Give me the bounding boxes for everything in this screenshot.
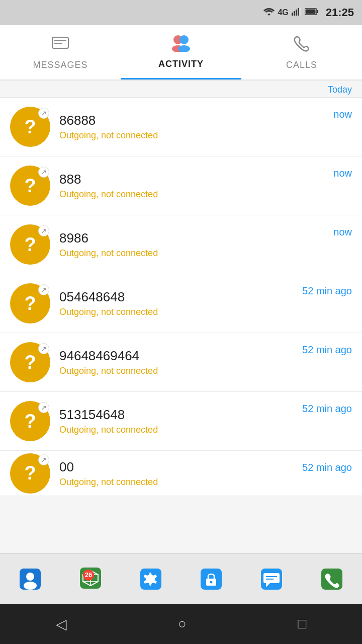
tab-bar: MESSAGES ACTIVITY CALLS	[0, 25, 362, 80]
call-time: 52 min ago	[302, 342, 352, 356]
call-time: now	[333, 224, 352, 238]
avatar: ? ↗	[10, 224, 50, 265]
svg-point-17	[24, 582, 37, 590]
call-number: 00	[59, 459, 302, 475]
lte-label: 4G	[278, 8, 288, 17]
svg-point-27	[210, 581, 213, 583]
nav-contacts[interactable]	[5, 559, 55, 599]
call-status: Outgoing, not connected	[59, 425, 302, 435]
call-time: now	[333, 107, 352, 120]
avatar: ? ↗	[10, 453, 50, 494]
outgoing-badge: ↗	[38, 454, 49, 465]
status-time: 21:25	[326, 6, 354, 19]
avatar: ? ↗	[10, 107, 50, 147]
tab-activity[interactable]: ACTIVITY	[121, 25, 241, 79]
call-status: Outgoing, not connected	[59, 130, 333, 141]
calls-icon	[294, 35, 310, 57]
svg-rect-33	[321, 569, 342, 590]
avatar: ? ↗	[10, 283, 50, 324]
svg-point-16	[26, 573, 34, 581]
call-number: 8986	[59, 230, 333, 246]
call-item[interactable]: ? ↗ 513154648 Outgoing, not connected 52…	[0, 392, 362, 451]
tab-calls[interactable]: CALLS	[241, 25, 362, 79]
svg-rect-4	[300, 8, 301, 16]
call-time: 52 min ago	[302, 401, 352, 415]
nav-cube[interactable]: 26	[65, 559, 116, 599]
tab-activity-label: ACTIVITY	[158, 59, 204, 69]
system-nav: ◁ ○ □	[0, 604, 362, 644]
outgoing-badge: ↗	[38, 167, 49, 178]
tab-messages[interactable]: MESSAGES	[0, 25, 121, 79]
call-info: 8986 Outgoing, not connected	[59, 230, 333, 259]
call-number: 513154648	[59, 407, 302, 423]
outgoing-badge: ↗	[38, 343, 49, 354]
avatar: ? ↗	[10, 342, 50, 382]
call-info: 94648469464 Outgoing, not connected	[59, 348, 302, 376]
call-item[interactable]: ? ↗ 054648648 Outgoing, not connected 52…	[0, 274, 362, 333]
call-item[interactable]: ? ↗ 00 Outgoing, not connected 52 min ag…	[0, 451, 362, 496]
svg-rect-29	[263, 573, 280, 583]
activity-icon	[171, 34, 191, 56]
today-label: Today	[0, 80, 362, 97]
tab-messages-label: MESSAGES	[33, 60, 87, 70]
messages-icon	[51, 35, 69, 57]
svg-rect-2	[296, 10, 297, 16]
call-status: Outgoing, not connected	[59, 477, 302, 488]
back-button[interactable]: ◁	[56, 616, 67, 632]
svg-rect-0	[292, 13, 293, 16]
call-number: 888	[59, 172, 333, 187]
status-bar: 4G 21:25	[0, 0, 362, 25]
battery-icon	[305, 8, 319, 18]
call-number: 86888	[59, 113, 333, 128]
call-list: ? ↗ 86888 Outgoing, not connected now ? …	[0, 97, 362, 496]
call-info: 054648648 Outgoing, not connected	[59, 289, 302, 317]
call-item[interactable]: ? ↗ 94648469464 Outgoing, not connected …	[0, 333, 362, 392]
nav-message[interactable]	[246, 559, 297, 599]
call-time: 52 min ago	[302, 283, 352, 297]
nav-lock[interactable]	[186, 559, 236, 599]
nav-badge: 26	[83, 570, 94, 581]
call-status: Outgoing, not connected	[59, 307, 302, 317]
call-number: 054648648	[59, 289, 302, 305]
call-status: Outgoing, not connected	[59, 366, 302, 376]
signal-icon	[292, 8, 302, 18]
wifi-icon	[263, 8, 275, 18]
outgoing-badge: ↗	[38, 108, 49, 119]
call-status: Outgoing, not connected	[59, 189, 333, 200]
svg-rect-8	[52, 37, 68, 48]
svg-rect-7	[305, 10, 315, 14]
home-button[interactable]: ○	[178, 616, 187, 632]
outgoing-badge: ↗	[38, 225, 49, 236]
status-icons: 4G 21:25	[263, 6, 354, 19]
outgoing-badge: ↗	[38, 402, 49, 413]
call-info: 86888 Outgoing, not connected	[59, 113, 333, 141]
tab-calls-label: CALLS	[286, 60, 317, 70]
recents-button[interactable]: □	[298, 616, 306, 632]
nav-phone[interactable]	[307, 559, 357, 599]
avatar: ? ↗	[10, 401, 50, 441]
avatar: ? ↗	[10, 166, 50, 206]
svg-rect-3	[298, 8, 299, 16]
outgoing-badge: ↗	[38, 284, 49, 295]
call-item[interactable]: ? ↗ 86888 Outgoing, not connected now	[0, 98, 362, 156]
nav-settings[interactable]	[126, 559, 176, 599]
call-info: 888 Outgoing, not connected	[59, 172, 333, 200]
call-time: now	[333, 166, 352, 179]
bottom-nav: 26	[0, 553, 362, 604]
svg-rect-1	[294, 11, 295, 16]
call-info: 513154648 Outgoing, not connected	[59, 407, 302, 435]
svg-point-12	[179, 35, 189, 44]
call-info: 00 Outgoing, not connected	[59, 459, 302, 488]
call-time: 52 min ago	[302, 460, 352, 473]
call-item[interactable]: ? ↗ 8986 Outgoing, not connected now	[0, 215, 362, 274]
call-item[interactable]: ? ↗ 888 Outgoing, not connected now	[0, 156, 362, 215]
call-number: 94648469464	[59, 348, 302, 364]
call-status: Outgoing, not connected	[59, 248, 333, 259]
svg-rect-6	[317, 10, 318, 13]
